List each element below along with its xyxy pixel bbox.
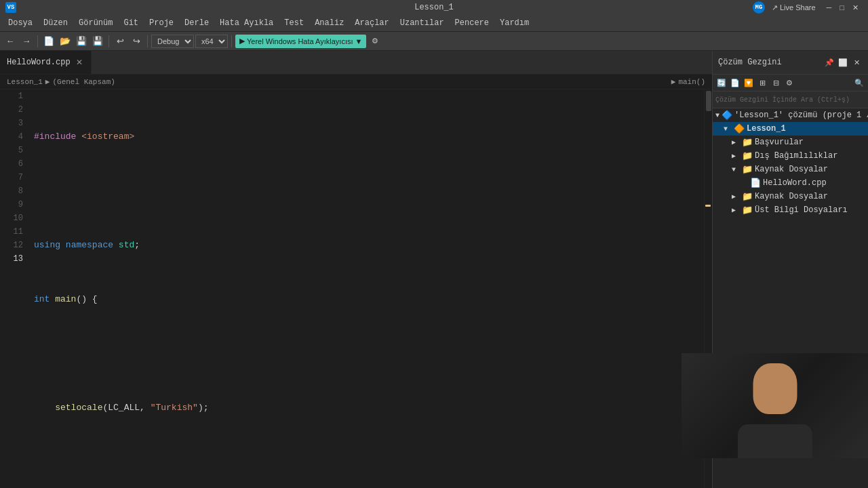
tree-arrow-src: ▼ <box>732 166 740 174</box>
tree-icon-solution: 🔷 <box>722 110 732 121</box>
redo-button[interactable]: ↪ <box>129 34 144 49</box>
tab-close-button[interactable]: ✕ <box>75 58 84 67</box>
menubar: DosyaDüzenGörünümGitProjeDerleHata Ayıkl… <box>0 15 868 32</box>
tree-hdr2-label: Üst Bilgi Dosyaları <box>755 205 848 215</box>
code-content[interactable]: #include <iostream> using namespace std;… <box>28 89 704 488</box>
tree-icon-project: 🔶 <box>734 123 745 134</box>
code-line-2 <box>34 184 698 198</box>
person-body <box>738 424 812 458</box>
attach-button[interactable]: ⚙ <box>368 34 382 49</box>
webcam-overlay <box>682 353 868 458</box>
webcam-person <box>682 353 868 458</box>
tree-hw-label: HelloWord.cpp <box>763 178 827 188</box>
menu-item-analiz[interactable]: Analiz <box>309 15 349 32</box>
tree-header-files[interactable]: ▶ 📁 Kaynak Dosyalar <box>713 190 868 203</box>
breadcrumb-file: Lesson_1 <box>7 78 43 86</box>
window-controls: ─ □ ✕ <box>823 0 863 15</box>
new-file-button[interactable]: 📄 <box>41 34 56 49</box>
solution-toolbar: 🔄 📄 🔽 ⊞ ⊟ ⚙ 🔍 <box>713 75 868 92</box>
title-left: VS <box>5 2 16 13</box>
menu-item-görünüm[interactable]: Görünüm <box>73 15 118 32</box>
maximize-button[interactable]: □ <box>835 0 848 15</box>
menu-item-pencere[interactable]: Pencere <box>450 15 494 32</box>
tree-icon-src: 📁 <box>742 164 753 175</box>
solution-panel-title: Çözüm Gezgini <box>718 58 782 67</box>
menu-item-yardım[interactable]: Yardım <box>494 15 534 32</box>
sol-search-button[interactable]: 🔍 <box>853 77 865 89</box>
menu-item-düzen[interactable]: Düzen <box>38 15 73 32</box>
menu-item-derle[interactable]: Derle <box>179 15 214 32</box>
sol-sync-button[interactable]: 🔄 <box>715 77 728 89</box>
live-share-label: Live Share <box>780 3 816 12</box>
run-dropdown-icon: ▼ <box>355 37 363 45</box>
code-line-3: using namespace std; <box>34 239 698 252</box>
back-button[interactable]: ← <box>3 34 18 49</box>
platform-select[interactable]: x64 <box>195 35 228 48</box>
tab-label: HelloWord.cpp <box>7 58 71 67</box>
line-num-1: 1 <box>0 89 23 103</box>
tree-references[interactable]: ▶ 📁 Başvurular <box>713 136 868 149</box>
line-num-6: 6 <box>0 157 23 171</box>
sol-settings-button[interactable]: ⚙ <box>783 77 795 89</box>
menu-item-test[interactable]: Test <box>279 15 309 32</box>
save-button[interactable]: 💾 <box>74 34 89 49</box>
code-line-6: setlocale(LC_ALL, "Turkish"); <box>34 401 698 415</box>
tree-icon-ref: 📁 <box>742 137 753 148</box>
scroll-thumb <box>706 91 711 111</box>
tree-solution-root[interactable]: ▼ 🔷 'Lesson_1' çözümü (proje 1 / 1) <box>713 108 868 122</box>
toolbar-separator-1 <box>37 35 38 47</box>
tree-arrow-hdr2: ▶ <box>732 206 740 214</box>
sol-expand-all-button[interactable]: ⊞ <box>756 77 768 89</box>
sol-filter-button[interactable]: 🔽 <box>743 77 755 89</box>
code-line-5 <box>34 347 698 361</box>
code-editor[interactable]: 1 2 3 4 5 6 7 8 9 10 11 12 13 <box>0 89 712 488</box>
tree-header-info[interactable]: ▶ 📁 Üst Bilgi Dosyaları <box>713 203 868 217</box>
editor-tab-helloword[interactable]: HelloWord.cpp ✕ <box>0 51 92 74</box>
tree-hdr-label: Kaynak Dosyalar <box>755 192 828 201</box>
close-button[interactable]: ✕ <box>848 0 863 15</box>
menu-item-uzantılar[interactable]: Uzantılar <box>395 15 450 32</box>
line-num-13: 13 <box>0 252 23 266</box>
tree-arrow-project: ▼ <box>724 125 732 133</box>
menu-item-hata-ayıkla[interactable]: Hata Ayıkla <box>214 15 279 32</box>
debug-config-select[interactable]: Debug <box>151 35 194 48</box>
tree-arrow-root: ▼ <box>715 112 719 119</box>
tree-project[interactable]: ▼ 🔶 Lesson_1 <box>713 122 868 136</box>
solution-pin-button[interactable]: 📌 <box>823 56 835 68</box>
menu-item-git[interactable]: Git <box>118 15 144 32</box>
code-line-1: #include <iostream> <box>34 130 698 144</box>
tree-solution-label: 'Lesson_1' çözümü (proje 1 / 1) <box>734 110 868 120</box>
tree-external-deps[interactable]: ▶ 📁 Dış Bağımlılıklar <box>713 149 868 163</box>
solution-expand-button[interactable]: ⬜ <box>837 56 849 68</box>
sol-collapse-all-button[interactable]: ⊟ <box>770 77 782 89</box>
solution-close-button[interactable]: ✕ <box>850 56 863 68</box>
menu-item-dosya[interactable]: Dosya <box>3 15 38 32</box>
tree-project-label: Lesson_1 <box>747 124 786 134</box>
code-line-7 <box>34 455 698 469</box>
sol-new-file-button[interactable]: 📄 <box>729 77 741 89</box>
line-numbers: 1 2 3 4 5 6 7 8 9 10 11 12 13 <box>0 89 28 488</box>
menu-item-proje[interactable]: Proje <box>144 15 179 32</box>
open-file-button[interactable]: 📂 <box>58 34 73 49</box>
minimap-indicator <box>705 205 711 207</box>
toolbar-separator-4 <box>231 35 232 47</box>
breadcrumb-scope: (Genel Kapsam) <box>52 78 115 86</box>
breadcrumb-sep2: ▶ <box>671 77 676 86</box>
breadcrumb-function: main() <box>678 78 705 86</box>
live-share-button[interactable]: ↗ Live Share <box>768 3 820 12</box>
save-all-button[interactable]: 💾 <box>90 34 105 49</box>
tree-ref-label: Başvurular <box>755 138 804 147</box>
person-head <box>753 363 797 414</box>
menu-item-araçlar[interactable]: Araçlar <box>349 15 394 32</box>
tree-source-files[interactable]: ▼ 📁 Kaynak Dosyalar <box>713 163 868 176</box>
undo-button[interactable]: ↩ <box>113 34 127 49</box>
minimize-button[interactable]: ─ <box>823 0 836 15</box>
play-icon: ▶ <box>239 37 245 45</box>
run-button[interactable]: ▶ Yerel Windows Hata Ayıklayıcısı ▼ <box>235 35 366 48</box>
solution-title: Çözüm Gezgini 📌 ⬜ ✕ <box>713 51 868 75</box>
line-num-10: 10 <box>0 211 23 225</box>
line-num-12: 12 <box>0 239 23 252</box>
forward-button[interactable]: → <box>19 34 34 49</box>
editor-area: HelloWord.cpp ✕ Lesson_1 ▶ (Genel Kapsam… <box>0 51 712 488</box>
tree-helloword-cpp[interactable]: ▶ 📄 HelloWord.cpp <box>713 176 868 190</box>
